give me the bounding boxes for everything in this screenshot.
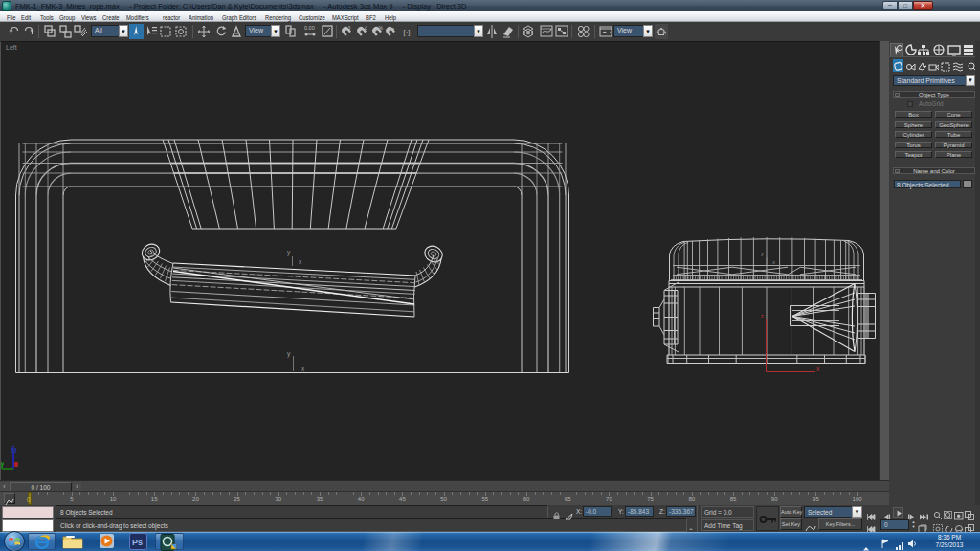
svg-text:x: x	[301, 365, 305, 372]
svg-text:Ps: Ps	[132, 538, 143, 547]
svg-text:y: y	[287, 350, 291, 358]
svg-text:%: %	[379, 25, 384, 31]
svg-text:y: y	[1, 460, 5, 468]
svg-text:x: x	[299, 258, 302, 265]
svg-text:0.00: 0.00	[304, 25, 315, 31]
svg-text:∠: ∠	[364, 25, 368, 31]
svg-text:▴: ▴	[392, 25, 395, 31]
svg-text:z: z	[761, 313, 764, 319]
svg-text:x: x	[816, 365, 820, 372]
svg-text:y: y	[761, 251, 764, 256]
svg-text:{·}: {·}	[403, 28, 411, 36]
svg-text:3: 3	[348, 25, 351, 31]
svg-text:x: x	[772, 259, 775, 265]
svg-text:y: y	[287, 249, 291, 256]
